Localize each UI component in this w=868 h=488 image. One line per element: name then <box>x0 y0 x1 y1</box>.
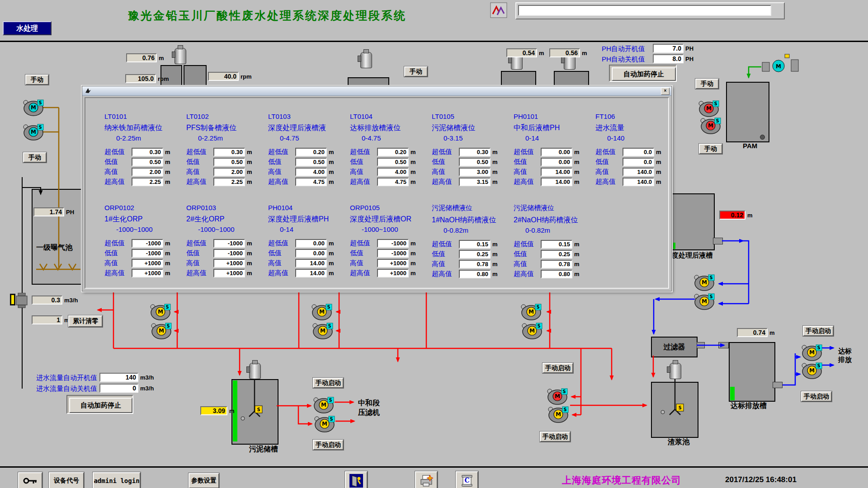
limit-value-input[interactable]: 14.00 <box>541 178 572 186</box>
limit-value-input[interactable]: 2.00 <box>213 168 245 176</box>
pump-icon[interactable]: MS <box>24 124 43 140</box>
limit-value-input[interactable]: 4.00 <box>377 168 409 176</box>
limit-value-input[interactable]: 4.75 <box>377 178 409 186</box>
limit-value-input[interactable]: 0.80 <box>541 270 572 278</box>
motor-icon[interactable] <box>670 363 681 379</box>
limit-value-input[interactable]: 0.50 <box>295 158 327 166</box>
limit-value-input[interactable]: 0.30 <box>132 148 163 156</box>
limit-value-input[interactable]: 3.15 <box>459 178 491 186</box>
motor-icon[interactable] <box>360 52 372 68</box>
login-button[interactable]: admini login <box>93 472 141 488</box>
limit-value-input[interactable]: 140.0 <box>623 178 654 186</box>
pam-valve-assembly[interactable]: M <box>762 54 798 72</box>
limit-value-input[interactable]: 0.20 <box>377 148 409 156</box>
limit-value-input[interactable]: 0.50 <box>377 158 409 166</box>
limit-value-input[interactable]: 0.78 <box>459 260 491 268</box>
limit-value-input[interactable]: 0.50 <box>213 158 245 166</box>
limit-value-input[interactable]: 0.30 <box>459 148 491 156</box>
limit-value-input[interactable]: +1000 <box>377 259 409 267</box>
limit-value-input[interactable]: 140.0 <box>623 168 654 176</box>
limit-value-input[interactable]: -1000 <box>213 239 245 248</box>
limit-value-input[interactable]: 0.50 <box>132 158 163 166</box>
pump-icon[interactable]: MS <box>313 323 333 339</box>
limit-value-input[interactable]: +1000 <box>377 269 409 277</box>
script-button[interactable]: C <box>456 471 478 488</box>
pump-icon[interactable]: MS <box>694 294 714 310</box>
manual-button[interactable]: 手动 <box>25 75 49 85</box>
limit-value-input[interactable]: 14.00 <box>541 168 572 176</box>
limit-value-input[interactable]: 0.00 <box>541 158 572 166</box>
exit-button[interactable] <box>345 471 368 488</box>
pump-icon[interactable]: MS <box>802 345 822 361</box>
print-button[interactable] <box>415 471 438 488</box>
manual-button[interactable]: 手动 <box>699 144 722 154</box>
motor-icon[interactable] <box>175 48 186 64</box>
dialog-titlebar[interactable]: × <box>82 86 671 96</box>
limit-value-input[interactable]: 0.25 <box>459 250 491 258</box>
limit-value-input[interactable]: 0.20 <box>295 148 327 156</box>
auto-dosing-stop-button[interactable]: 自动加药停止 <box>612 67 676 81</box>
limit-value-input[interactable]: 0.00 <box>295 239 327 248</box>
manual-button[interactable]: 手动 <box>404 66 428 77</box>
limit-value-input[interactable]: 0.0 <box>623 158 654 166</box>
limit-value-input[interactable]: 0.0 <box>623 148 654 156</box>
limit-value-input[interactable]: 2.25 <box>132 178 163 186</box>
limit-value-input[interactable]: 0.80 <box>459 270 491 278</box>
pump-icon[interactable]: MS <box>151 304 170 320</box>
auto-dosing-stop-button[interactable]: 自动加药停止 <box>69 398 132 413</box>
limit-value-input[interactable]: +1000 <box>213 259 245 267</box>
limit-value-input[interactable]: 0.00 <box>295 249 327 258</box>
pump-icon[interactable]: MS <box>314 397 334 413</box>
manual-start-button[interactable]: 手动启动 <box>313 440 344 450</box>
limit-value-input[interactable]: 4.75 <box>295 178 327 186</box>
pump-icon[interactable]: MS <box>522 323 542 339</box>
flow-on-setpoint[interactable]: 140m3/h <box>99 373 154 382</box>
limit-value-input[interactable]: 14.00 <box>295 259 327 267</box>
ph-on-setpoint[interactable]: 7.0PH <box>653 44 693 53</box>
pump-icon[interactable]: MS <box>701 118 721 134</box>
limit-value-input[interactable]: -1000 <box>132 239 163 248</box>
manual-start-button[interactable]: 手动启动 <box>542 363 573 373</box>
limit-value-input[interactable]: 3.00 <box>459 168 491 176</box>
limit-value-input[interactable]: 2.25 <box>213 178 245 186</box>
manual-button[interactable]: 手动 <box>695 79 719 89</box>
pump-icon[interactable]: MS <box>802 363 822 379</box>
limit-value-input[interactable]: 0.00 <box>541 148 572 156</box>
pump-icon[interactable]: MS <box>24 100 43 116</box>
limit-value-input[interactable]: -1000 <box>377 249 409 258</box>
limit-value-input[interactable]: 0.78 <box>541 260 572 268</box>
pump-icon[interactable]: MS <box>312 304 332 320</box>
limit-value-input[interactable]: 4.00 <box>295 168 327 176</box>
pump-icon[interactable]: MS <box>694 275 714 291</box>
manual-start-button[interactable]: 手动启动 <box>540 432 571 442</box>
limit-value-input[interactable]: 0.30 <box>213 148 245 156</box>
manual-start-button[interactable]: 手动启动 <box>313 378 344 388</box>
limit-value-input[interactable]: 0.15 <box>459 240 491 249</box>
limit-value-input[interactable]: +1000 <box>132 259 163 267</box>
pump-icon[interactable]: MS <box>547 389 567 404</box>
motor-icon[interactable] <box>249 363 261 379</box>
pump-icon[interactable]: MS <box>548 407 568 422</box>
device-code-button[interactable]: 设备代号 <box>49 472 84 488</box>
ph-off-setpoint[interactable]: 8.0PH <box>653 54 693 63</box>
key-login-button[interactable] <box>18 472 42 488</box>
pump-icon[interactable]: MS <box>151 323 171 339</box>
pump-icon[interactable]: MS <box>315 416 335 432</box>
limit-value-input[interactable]: 2.00 <box>132 168 163 176</box>
tab-water-treatment[interactable]: 水处理 <box>3 21 52 35</box>
pump-icon[interactable]: MS <box>521 304 541 320</box>
limit-value-input[interactable]: -1000 <box>377 239 409 248</box>
dialog-close-button[interactable]: × <box>661 88 670 95</box>
screen-switch-icon[interactable] <box>490 2 507 18</box>
params-settings-button[interactable]: 参数设置 <box>189 473 219 488</box>
reset-total-button[interactable]: 累计清零 <box>68 315 103 327</box>
limit-value-input[interactable]: 0.15 <box>541 240 572 249</box>
limit-value-input[interactable]: +1000 <box>132 269 163 277</box>
manual-button[interactable]: 手动 <box>23 152 47 163</box>
manual-start-button[interactable]: 手动启动 <box>801 391 832 402</box>
manual-start-button[interactable]: 手动启动 <box>803 326 834 336</box>
pump-icon[interactable]: MS <box>699 101 719 117</box>
limit-value-input[interactable]: 0.25 <box>541 250 572 258</box>
limit-value-input[interactable]: +1000 <box>213 269 245 277</box>
limit-value-input[interactable]: -1000 <box>132 249 163 258</box>
